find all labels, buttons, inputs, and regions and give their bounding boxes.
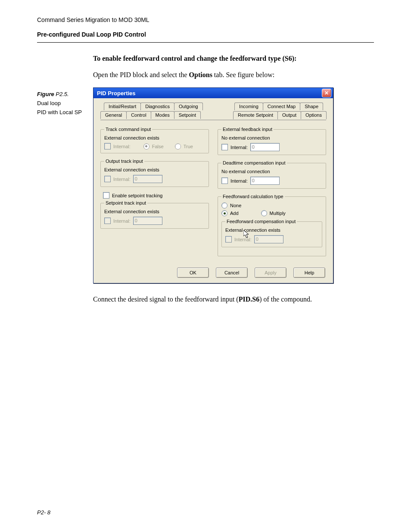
figure-caption: Figure P2.5. Dual loop PID with Local SP [37,87,93,117]
input-deadtime-value[interactable]: 0 [250,177,280,185]
page-number: P2- 8 [37,509,50,516]
dialog-title: PID Properties [97,90,136,96]
close-icon[interactable]: ✕ [322,89,331,97]
instr-b: tab. See figure below: [212,71,274,78]
figure-label: Figure [37,91,56,97]
checkbox-track-internal[interactable] [104,143,111,149]
section-title: Pre-configured Dual Loop PID Control [37,31,374,38]
figure-number: P2.5. [56,91,68,97]
help-button[interactable]: Help [293,268,325,278]
tab-diagnostics[interactable]: Diagnostics [140,103,174,110]
legend-ff-calc-type: Feedforward calculation type [221,194,285,199]
group-setpoint-track: Setpoint track input External connection… [100,200,209,229]
note-output-track: External connection exists [104,167,205,172]
legend-external-feedback: External feedback input [221,127,274,132]
label-enable-sp-tracking: Enable setpoint tracking [112,193,162,198]
group-track-command: Track command input External connection … [100,127,209,153]
radio-ff-multiply[interactable] [261,210,267,216]
tab-baseline [100,120,326,120]
tab-general[interactable]: General [100,111,127,119]
radio-track-false[interactable] [143,143,149,149]
input-ffcomp-value[interactable]: 0 [254,235,283,243]
checkbox-deadtime-internal[interactable] [221,177,228,184]
label-extfb-internal: Internal: [230,145,248,150]
tab-setpoint[interactable]: Setpoint [174,111,201,119]
label-track-false: False [152,144,164,149]
checkbox-sptrack-internal [104,218,111,224]
input-extfb-value[interactable]: 0 [250,143,280,151]
input-sptrack-value: 0 [133,217,162,225]
label-deadtime-internal: Internal: [230,178,248,184]
radio-ff-add[interactable] [221,210,227,216]
label-sptrack-internal: Internal: [113,218,131,224]
label-ffcomp-internal: Internal: [234,237,252,242]
note-external-feedback: No external connection [221,135,322,140]
legend-track-command: Track command input [104,127,152,132]
tab-modes[interactable]: Modes [151,111,174,119]
input-outtrack-value[interactable]: 0 [133,175,162,183]
checkbox-outtrack-internal[interactable] [104,176,111,182]
tab-options[interactable]: Options [301,111,327,119]
instr-bold: Options [189,71,212,78]
label-track-internal: Internal: [113,144,131,149]
running-head: Command Series Migration to MOD 30ML [37,16,374,23]
label-ff-none: None [230,203,241,208]
caption-line-2: PID with Local SP [37,108,93,117]
tab-incoming[interactable]: Incoming [234,103,263,110]
tab-shape[interactable]: Shape [300,103,323,110]
instruction-body: Open the PID block and select the Option… [93,71,374,79]
checkbox-enable-sp-tracking[interactable] [103,192,109,199]
checkbox-extfb-internal[interactable] [221,144,228,150]
pid-properties-dialog: PID Properties ✕ Initial/Restart Diagnos… [93,87,333,283]
group-external-feedback: External feedback input No external conn… [218,127,326,155]
legend-output-track: Output track input [104,159,144,164]
tab-control[interactable]: Control [126,111,151,119]
note-setpoint-track: External connection exists [104,209,205,214]
tab-strip: Initial/Restart Diagnostics Outgoing Inc… [98,103,329,122]
legend-ff-compensation: Feedforward compensation input [225,219,297,224]
legend-deadtime: Deadtime compensation input [221,160,287,165]
instr-a: Open the PID block and select the [93,71,189,78]
note-deadtime: No external connection [221,169,322,174]
titlebar[interactable]: PID Properties ✕ [93,88,333,98]
ok-button[interactable]: OK [177,268,209,278]
label-ff-add: Add [230,211,239,216]
radio-ff-none[interactable] [221,202,227,208]
group-ff-calc-type: Feedforward calculation type None Add [218,194,326,256]
checkbox-ffcomp-internal[interactable] [225,236,232,243]
cancel-button[interactable]: Cancel [216,268,248,278]
group-output-track: Output track input External connection e… [100,159,209,187]
instruction-heading: To enable feedforward control and change… [93,55,374,62]
tab-output[interactable]: Output [277,111,301,119]
caption-line-1: Dual loop [37,99,93,108]
group-ff-compensation: Feedforward compensation input External … [221,219,322,247]
note-ff-compensation: External connection exists [225,227,318,233]
tab-connect-map[interactable]: Connect Map [263,103,300,110]
tab-outgoing[interactable]: Outgoing [174,103,203,110]
after-a: Connect the desired signal to the feedfo… [93,296,239,303]
after-b: ) of the compound. [259,296,312,303]
label-track-true: True [184,144,193,149]
legend-setpoint-track: Setpoint track input [104,200,147,205]
tab-initial-restart[interactable]: Initial/Restart [104,103,141,110]
apply-button[interactable]: Apply [255,268,286,278]
radio-track-true[interactable] [175,143,181,149]
label-outtrack-internal: Internal: [113,177,131,182]
group-deadtime: Deadtime compensation input No external … [218,160,326,189]
after-text: Connect the desired signal to the feedfo… [93,296,374,303]
label-ff-multiply: Multiply [270,211,286,216]
tab-remote-setpoint[interactable]: Remote Setpoint [233,111,278,119]
header-rule [37,42,374,43]
note-track-command: External connection exists [104,135,205,140]
after-bold: PID.S6 [239,296,259,303]
